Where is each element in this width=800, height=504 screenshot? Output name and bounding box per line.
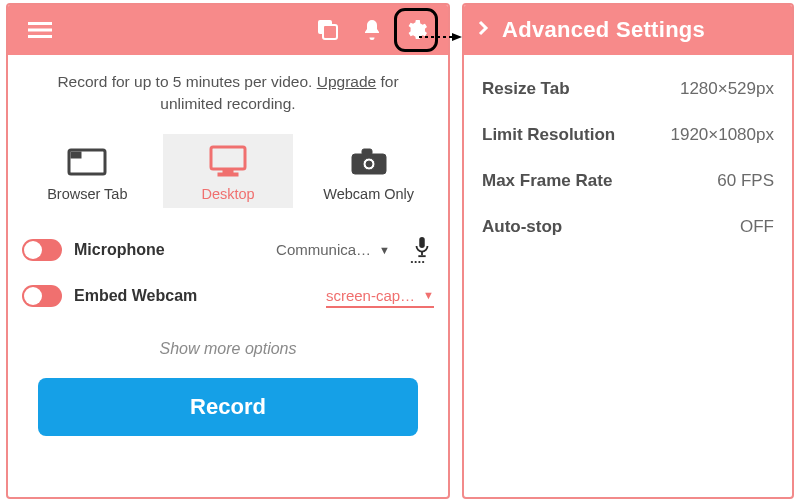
source-label: Webcam Only (323, 186, 414, 202)
chevron-down-icon: ▼ (379, 244, 390, 256)
camera-icon (349, 144, 389, 178)
svg-point-14 (366, 161, 372, 167)
source-picker: Browser Tab Desktop Webcam Only (22, 134, 434, 208)
chevron-right-icon[interactable] (474, 19, 492, 41)
webcam-label: Embed Webcam (74, 287, 197, 305)
svg-rect-1 (28, 29, 52, 32)
source-label: Desktop (201, 186, 254, 202)
svg-rect-0 (28, 22, 52, 25)
setting-value: 60 FPS (717, 171, 774, 191)
main-panel: Record for up to 5 minutes per video. Up… (6, 3, 450, 499)
svg-rect-15 (419, 237, 425, 248)
main-header (8, 5, 448, 55)
limit-banner: Record for up to 5 minutes per video. Up… (26, 71, 430, 116)
banner-pre: Record for up to 5 minutes per video. (57, 73, 316, 90)
gear-icon[interactable] (400, 14, 432, 46)
setting-key: Resize Tab (482, 79, 570, 99)
svg-marker-19 (452, 33, 462, 41)
setting-key: Limit Resolution (482, 125, 615, 145)
menu-icon[interactable] (20, 10, 60, 50)
setting-limit-resolution[interactable]: Limit Resolution 1920×1080px (482, 125, 774, 145)
webcam-device-select[interactable]: screen-cap…▼ (326, 285, 434, 308)
library-icon[interactable] (308, 10, 348, 50)
setting-key: Auto-stop (482, 217, 562, 237)
svg-rect-12 (362, 149, 372, 155)
webcam-row: Embed Webcam screen-cap…▼ (22, 285, 434, 308)
setting-value: 1920×1080px (670, 125, 774, 145)
source-desktop[interactable]: Desktop (163, 134, 294, 208)
svg-rect-10 (218, 173, 238, 176)
setting-value: 1280×529px (680, 79, 774, 99)
record-button[interactable]: Record (38, 378, 418, 436)
tab-icon (67, 144, 107, 178)
svg-rect-16 (421, 252, 423, 256)
setting-resize-tab[interactable]: Resize Tab 1280×529px (482, 79, 774, 99)
mic-dots: •••• (410, 259, 425, 265)
source-browser-tab[interactable]: Browser Tab (22, 134, 153, 208)
upgrade-link[interactable]: Upgrade (317, 73, 376, 90)
microphone-toggle[interactable] (22, 239, 62, 261)
show-more-options[interactable]: Show more options (22, 340, 434, 358)
bell-icon[interactable] (352, 10, 392, 50)
setting-key: Max Frame Rate (482, 171, 612, 191)
chevron-down-icon: ▼ (423, 289, 434, 301)
svg-rect-2 (28, 35, 52, 38)
setting-max-frame-rate[interactable]: Max Frame Rate 60 FPS (482, 171, 774, 191)
source-label: Browser Tab (47, 186, 127, 202)
svg-rect-7 (71, 152, 81, 158)
setting-auto-stop[interactable]: Auto-stop OFF (482, 217, 774, 237)
microphone-label: Microphone (74, 241, 165, 259)
svg-rect-8 (211, 147, 245, 169)
svg-rect-9 (223, 169, 233, 173)
setting-value: OFF (740, 217, 774, 237)
desktop-icon (208, 144, 248, 178)
microphone-device-select[interactable]: Communica…▼ (276, 239, 390, 261)
gear-icon-highlight (394, 8, 438, 52)
microphone-row: Microphone Communica…▼ •••• (22, 236, 434, 265)
webcam-toggle[interactable] (22, 285, 62, 307)
mic-level-button[interactable]: •••• (402, 236, 434, 265)
advanced-header: Advanced Settings (464, 5, 792, 55)
advanced-settings-panel: Advanced Settings Resize Tab 1280×529px … (462, 3, 794, 499)
advanced-title: Advanced Settings (502, 17, 705, 43)
source-webcam-only[interactable]: Webcam Only (303, 134, 434, 208)
